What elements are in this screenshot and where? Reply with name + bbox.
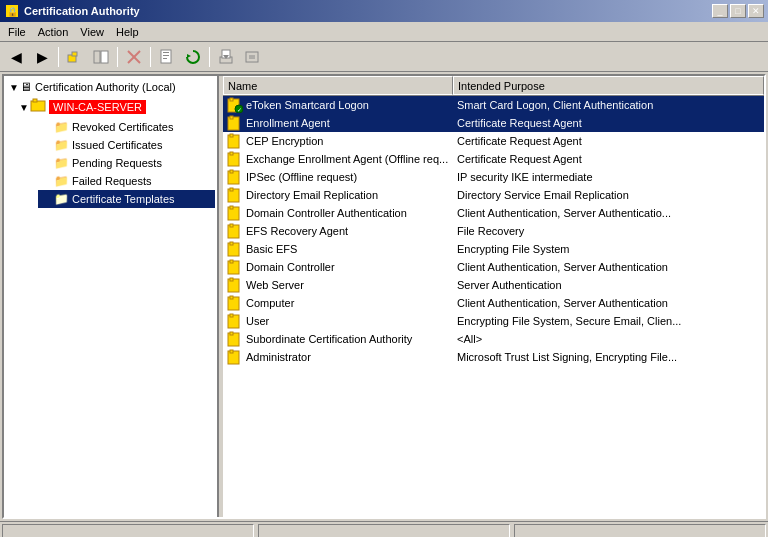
list-item[interactable]: CEP Encryption Certificate Request Agent [223, 132, 764, 150]
svg-rect-48 [230, 314, 233, 317]
list-cell-purpose: Certificate Request Agent [453, 134, 764, 148]
tree-item-revoked-label: Revoked Certificates [72, 121, 174, 133]
tree-item-templates[interactable]: 📁 Certificate Templates [38, 190, 215, 208]
list-cell-purpose: Server Authentication [453, 278, 764, 292]
list-item[interactable]: Domain Controller Authentication Client … [223, 204, 764, 222]
up-button[interactable] [63, 45, 87, 69]
computer-icon: 🖥 [20, 80, 32, 94]
export-button[interactable] [214, 45, 238, 69]
back-button[interactable]: ◀ [4, 45, 28, 69]
list-cell-purpose: File Recovery [453, 224, 764, 238]
show-hide-tree-button[interactable] [89, 45, 113, 69]
forward-button[interactable]: ▶ [30, 45, 54, 69]
tree-item-pending-label: Pending Requests [72, 157, 162, 169]
list-cell-name: Domain Controller [223, 258, 453, 276]
cert-icon [227, 151, 243, 167]
list-item[interactable]: EFS Recovery Agent File Recovery [223, 222, 764, 240]
list-cell-name: Subordinate Certification Authority [223, 330, 453, 348]
minimize-button[interactable]: _ [712, 4, 728, 18]
toolbar-separator-4 [209, 47, 210, 67]
menu-view[interactable]: View [74, 24, 110, 40]
list-cell-purpose: <All> [453, 332, 764, 346]
list-cell-name: Web Server [223, 276, 453, 294]
list-cell-name: User [223, 312, 453, 330]
window-controls[interactable]: _ □ ✕ [712, 4, 764, 18]
list-item[interactable]: Web Server Server Authentication [223, 276, 764, 294]
list-item[interactable]: Subordinate Certification Authority <All… [223, 330, 764, 348]
cert-icon [227, 187, 243, 203]
folder-icon: 📁 [54, 138, 69, 152]
folder-icon-selected: 📁 [54, 192, 69, 206]
cert-icon [227, 133, 243, 149]
list-cell-name: ✓ eToken Smartcard Logon [223, 96, 453, 114]
list-cell-name: Exchange Enrollment Agent (Offline req..… [223, 150, 453, 168]
menu-bar: File Action View Help [0, 22, 768, 42]
list-cell-name: Directory Email Replication [223, 186, 453, 204]
menu-help[interactable]: Help [110, 24, 145, 40]
status-panel-3 [514, 524, 766, 538]
tree-expand-icon[interactable]: ▼ [8, 81, 20, 93]
tree-root-label: Certification Authority (Local) [35, 81, 176, 93]
cert-icon: ✓ [227, 97, 243, 113]
list-item[interactable]: Domain Controller Client Authentication,… [223, 258, 764, 276]
svg-rect-11 [163, 58, 167, 59]
col-header-purpose[interactable]: Intended Purpose [453, 76, 764, 95]
other-button[interactable] [240, 45, 264, 69]
svg-rect-26 [230, 116, 233, 119]
svg-rect-5 [101, 51, 108, 63]
cert-icon [227, 205, 243, 221]
window-icon: 🔒 [4, 3, 20, 19]
col-header-name[interactable]: Name [223, 76, 453, 95]
cert-icon [227, 331, 243, 347]
list-cell-purpose: Client Authentication, Server Authentica… [453, 296, 764, 310]
list-item[interactable]: Administrator Microsoft Trust List Signi… [223, 348, 764, 366]
list-item[interactable]: Enrollment Agent Certificate Request Age… [223, 114, 764, 132]
ca-label: WIN-CA-SERVER [49, 100, 146, 114]
cert-icon [227, 349, 243, 365]
svg-rect-52 [230, 350, 233, 353]
window-title: Certification Authority [24, 5, 712, 17]
tree-item-pending[interactable]: 📁 Pending Requests [38, 154, 215, 172]
list-item[interactable]: IPSec (Offline request) IP security IKE … [223, 168, 764, 186]
svg-rect-42 [230, 260, 233, 263]
cert-icon [227, 241, 243, 257]
tree-pane: ▼ 🖥 Certification Authority (Local) ▼ WI… [4, 76, 219, 517]
svg-rect-30 [230, 152, 233, 155]
svg-rect-44 [230, 278, 233, 281]
properties-button[interactable] [155, 45, 179, 69]
svg-rect-3 [72, 52, 77, 56]
list-cell-purpose: Certificate Request Agent [453, 116, 764, 130]
tree-children: ▼ WIN-CA-SERVER 📁 Revoked Certificates 📁… [6, 96, 215, 208]
list-cell-name: Administrator [223, 348, 453, 366]
svg-rect-38 [230, 224, 233, 227]
close-button[interactable]: ✕ [748, 4, 764, 18]
refresh-button[interactable] [181, 45, 205, 69]
svg-rect-9 [163, 52, 169, 53]
list-item[interactable]: Directory Email Replication Directory Se… [223, 186, 764, 204]
maximize-button[interactable]: □ [730, 4, 746, 18]
list-item[interactable]: ✓ eToken Smartcard Logon Smart Card Logo… [223, 96, 764, 114]
tree-item-issued[interactable]: 📁 Issued Certificates [38, 136, 215, 154]
toolbar-separator-2 [117, 47, 118, 67]
status-panel-2 [258, 524, 510, 538]
title-bar: 🔒 Certification Authority _ □ ✕ [0, 0, 768, 22]
list-item[interactable]: Basic EFS Encrypting File System [223, 240, 764, 258]
tree-ca-node[interactable]: ▼ WIN-CA-SERVER [18, 96, 215, 118]
list-cell-purpose: Encrypting File System, Secure Email, Cl… [453, 314, 764, 328]
tree-ca-expand[interactable]: ▼ [18, 101, 30, 113]
svg-rect-8 [161, 50, 171, 63]
tree-item-revoked[interactable]: 📁 Revoked Certificates [38, 118, 215, 136]
menu-file[interactable]: File [2, 24, 32, 40]
menu-action[interactable]: Action [32, 24, 75, 40]
list-cell-name: CEP Encryption [223, 132, 453, 150]
tree-root[interactable]: ▼ 🖥 Certification Authority (Local) [6, 78, 215, 96]
tree-item-failed-label: Failed Requests [72, 175, 152, 187]
list-cell-name: Basic EFS [223, 240, 453, 258]
list-item[interactable]: Computer Client Authentication, Server A… [223, 294, 764, 312]
list-item[interactable]: User Encrypting File System, Secure Emai… [223, 312, 764, 330]
list-item[interactable]: Exchange Enrollment Agent (Offline req..… [223, 150, 764, 168]
tree-item-failed[interactable]: 📁 Failed Requests [38, 172, 215, 190]
delete-button[interactable] [122, 45, 146, 69]
list-cell-purpose: Encrypting File System [453, 242, 764, 256]
folder-icon: 📁 [54, 120, 69, 134]
